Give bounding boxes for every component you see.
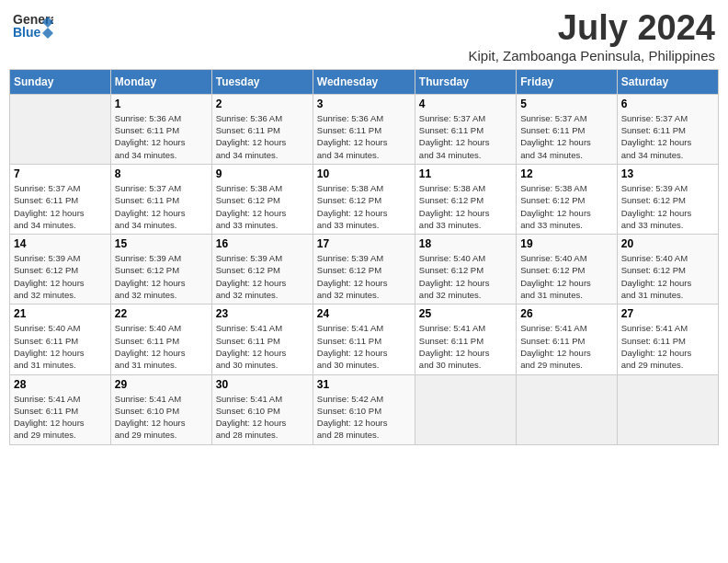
calendar-cell: 25Sunrise: 5:41 AM Sunset: 6:11 PM Dayli… <box>415 304 516 374</box>
day-info: Sunrise: 5:37 AM Sunset: 6:11 PM Dayligh… <box>14 182 107 231</box>
calendar-cell: 15Sunrise: 5:39 AM Sunset: 6:12 PM Dayli… <box>110 235 211 304</box>
day-info: Sunrise: 5:41 AM Sunset: 6:10 PM Dayligh… <box>115 393 208 442</box>
calendar-cell: 28Sunrise: 5:41 AM Sunset: 6:11 PM Dayli… <box>10 374 111 444</box>
day-number: 28 <box>14 378 107 391</box>
day-number: 11 <box>419 167 512 180</box>
day-info: Sunrise: 5:40 AM Sunset: 6:12 PM Dayligh… <box>419 252 512 301</box>
day-info: Sunrise: 5:36 AM Sunset: 6:11 PM Dayligh… <box>216 112 309 161</box>
day-number: 3 <box>317 98 411 110</box>
page-header: General Blue July 2024 Kipit, Zamboanga … <box>9 9 719 63</box>
calendar-header: SundayMondayTuesdayWednesdayThursdayFrid… <box>10 69 719 94</box>
week-row-4: 21Sunrise: 5:40 AM Sunset: 6:11 PM Dayli… <box>10 304 719 374</box>
day-info: Sunrise: 5:37 AM Sunset: 6:11 PM Dayligh… <box>520 112 612 161</box>
calendar-cell: 30Sunrise: 5:41 AM Sunset: 6:10 PM Dayli… <box>211 374 313 444</box>
day-number: 5 <box>520 98 612 110</box>
calendar-cell: 23Sunrise: 5:41 AM Sunset: 6:11 PM Dayli… <box>211 304 313 374</box>
day-number: 16 <box>216 237 309 250</box>
day-number: 2 <box>216 98 309 110</box>
calendar-cell <box>517 374 617 444</box>
calendar-cell: 4Sunrise: 5:37 AM Sunset: 6:11 PM Daylig… <box>415 94 516 164</box>
day-info: Sunrise: 5:41 AM Sunset: 6:11 PM Dayligh… <box>14 393 107 442</box>
day-info: Sunrise: 5:37 AM Sunset: 6:11 PM Dayligh… <box>419 112 512 161</box>
week-row-5: 28Sunrise: 5:41 AM Sunset: 6:11 PM Dayli… <box>10 374 719 444</box>
day-info: Sunrise: 5:36 AM Sunset: 6:11 PM Dayligh… <box>317 112 411 161</box>
day-number: 1 <box>115 98 208 110</box>
day-number: 13 <box>621 167 714 180</box>
calendar-cell: 16Sunrise: 5:39 AM Sunset: 6:12 PM Dayli… <box>211 235 313 304</box>
week-row-2: 7Sunrise: 5:37 AM Sunset: 6:11 PM Daylig… <box>10 164 719 234</box>
day-number: 6 <box>621 98 714 110</box>
day-info: Sunrise: 5:39 AM Sunset: 6:12 PM Dayligh… <box>317 252 411 301</box>
day-info: Sunrise: 5:38 AM Sunset: 6:12 PM Dayligh… <box>520 182 612 231</box>
day-info: Sunrise: 5:36 AM Sunset: 6:11 PM Dayligh… <box>115 112 208 161</box>
day-number: 21 <box>14 307 107 320</box>
calendar-cell: 1Sunrise: 5:36 AM Sunset: 6:11 PM Daylig… <box>110 94 211 164</box>
calendar-cell: 10Sunrise: 5:38 AM Sunset: 6:12 PM Dayli… <box>313 164 415 234</box>
calendar-cell: 7Sunrise: 5:37 AM Sunset: 6:11 PM Daylig… <box>10 164 111 234</box>
day-info: Sunrise: 5:39 AM Sunset: 6:12 PM Dayligh… <box>115 252 208 301</box>
day-number: 18 <box>419 237 512 250</box>
day-info: Sunrise: 5:39 AM Sunset: 6:12 PM Dayligh… <box>14 252 107 301</box>
day-number: 12 <box>520 167 612 180</box>
day-info: Sunrise: 5:41 AM Sunset: 6:11 PM Dayligh… <box>216 322 309 371</box>
day-number: 9 <box>216 167 309 180</box>
day-info: Sunrise: 5:39 AM Sunset: 6:12 PM Dayligh… <box>216 252 309 301</box>
calendar-cell <box>415 374 516 444</box>
calendar-cell: 5Sunrise: 5:37 AM Sunset: 6:11 PM Daylig… <box>517 94 617 164</box>
day-number: 4 <box>419 98 512 110</box>
calendar-cell: 13Sunrise: 5:39 AM Sunset: 6:12 PM Dayli… <box>617 164 718 234</box>
day-info: Sunrise: 5:38 AM Sunset: 6:12 PM Dayligh… <box>419 182 512 231</box>
col-header-sunday: Sunday <box>10 69 111 94</box>
calendar-cell: 17Sunrise: 5:39 AM Sunset: 6:12 PM Dayli… <box>313 235 415 304</box>
day-info: Sunrise: 5:37 AM Sunset: 6:11 PM Dayligh… <box>115 182 208 231</box>
calendar-cell: 12Sunrise: 5:38 AM Sunset: 6:12 PM Dayli… <box>517 164 617 234</box>
day-info: Sunrise: 5:37 AM Sunset: 6:11 PM Dayligh… <box>621 112 714 161</box>
day-info: Sunrise: 5:41 AM Sunset: 6:10 PM Dayligh… <box>216 393 309 442</box>
day-info: Sunrise: 5:41 AM Sunset: 6:11 PM Dayligh… <box>317 322 411 371</box>
day-number: 17 <box>317 237 411 250</box>
day-info: Sunrise: 5:40 AM Sunset: 6:12 PM Dayligh… <box>621 252 714 301</box>
calendar-cell: 11Sunrise: 5:38 AM Sunset: 6:12 PM Dayli… <box>415 164 516 234</box>
calendar-cell: 8Sunrise: 5:37 AM Sunset: 6:11 PM Daylig… <box>110 164 211 234</box>
day-number: 19 <box>520 237 612 250</box>
day-info: Sunrise: 5:41 AM Sunset: 6:11 PM Dayligh… <box>621 322 714 371</box>
day-number: 26 <box>520 307 612 320</box>
day-number: 22 <box>115 307 208 320</box>
calendar-cell: 9Sunrise: 5:38 AM Sunset: 6:12 PM Daylig… <box>211 164 313 234</box>
logo-icon: General Blue <box>13 9 53 44</box>
calendar-cell: 14Sunrise: 5:39 AM Sunset: 6:12 PM Dayli… <box>10 235 111 304</box>
day-info: Sunrise: 5:42 AM Sunset: 6:10 PM Dayligh… <box>317 393 411 442</box>
calendar-cell <box>10 94 111 164</box>
calendar-cell: 22Sunrise: 5:40 AM Sunset: 6:11 PM Dayli… <box>110 304 211 374</box>
col-header-thursday: Thursday <box>415 69 516 94</box>
day-info: Sunrise: 5:41 AM Sunset: 6:11 PM Dayligh… <box>520 322 612 371</box>
day-number: 27 <box>621 307 714 320</box>
day-number: 30 <box>216 378 309 391</box>
day-number: 8 <box>115 167 208 180</box>
calendar-cell: 31Sunrise: 5:42 AM Sunset: 6:10 PM Dayli… <box>313 374 415 444</box>
day-info: Sunrise: 5:40 AM Sunset: 6:11 PM Dayligh… <box>115 322 208 371</box>
calendar-cell <box>617 374 718 444</box>
calendar-cell: 2Sunrise: 5:36 AM Sunset: 6:11 PM Daylig… <box>211 94 313 164</box>
calendar-cell: 3Sunrise: 5:36 AM Sunset: 6:11 PM Daylig… <box>313 94 415 164</box>
week-row-3: 14Sunrise: 5:39 AM Sunset: 6:12 PM Dayli… <box>10 235 719 304</box>
calendar-cell: 19Sunrise: 5:40 AM Sunset: 6:12 PM Dayli… <box>517 235 617 304</box>
day-info: Sunrise: 5:38 AM Sunset: 6:12 PM Dayligh… <box>317 182 411 231</box>
day-info: Sunrise: 5:39 AM Sunset: 6:12 PM Dayligh… <box>621 182 714 231</box>
day-info: Sunrise: 5:40 AM Sunset: 6:11 PM Dayligh… <box>14 322 107 371</box>
day-info: Sunrise: 5:40 AM Sunset: 6:12 PM Dayligh… <box>520 252 612 301</box>
day-number: 31 <box>317 378 411 391</box>
location-title: Kipit, Zamboanga Peninsula, Philippines <box>469 48 716 63</box>
week-row-1: 1Sunrise: 5:36 AM Sunset: 6:11 PM Daylig… <box>10 94 719 164</box>
calendar-cell: 29Sunrise: 5:41 AM Sunset: 6:10 PM Dayli… <box>110 374 211 444</box>
col-header-wednesday: Wednesday <box>313 69 415 94</box>
svg-text:Blue: Blue <box>13 25 41 40</box>
calendar-cell: 24Sunrise: 5:41 AM Sunset: 6:11 PM Dayli… <box>313 304 415 374</box>
col-header-saturday: Saturday <box>617 69 718 94</box>
title-block: July 2024 Kipit, Zamboanga Peninsula, Ph… <box>469 9 716 63</box>
day-number: 23 <box>216 307 309 320</box>
day-number: 25 <box>419 307 512 320</box>
day-number: 7 <box>14 167 107 180</box>
logo: General Blue <box>13 9 57 44</box>
calendar-cell: 21Sunrise: 5:40 AM Sunset: 6:11 PM Dayli… <box>10 304 111 374</box>
